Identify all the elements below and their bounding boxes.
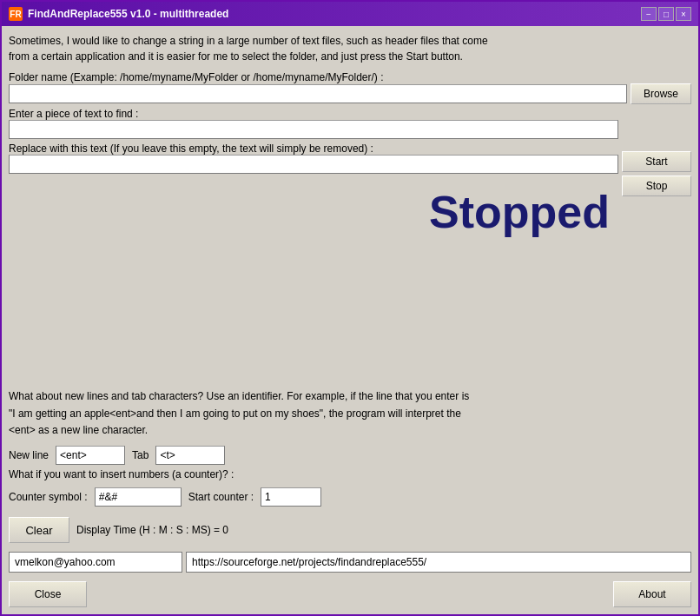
maximize-button[interactable]: □ [658, 7, 674, 21]
newline-tab-row: New line Tab [9, 446, 691, 465]
counter-question: What if you want to insert numbers (a co… [9, 468, 691, 480]
folder-section: Folder name (Example: /home/myname/MyFol… [9, 71, 691, 104]
description: Sometimes, I would like to change a stri… [9, 33, 691, 64]
description-line1: Sometimes, I would like to change a stri… [9, 35, 488, 47]
counter-symbol-label: Counter symbol : [9, 491, 88, 503]
find-label: Enter a piece of text to find : [9, 108, 618, 120]
counter-row: Counter symbol : Start counter : [9, 487, 691, 507]
app-icon: FR [9, 7, 23, 21]
find-input[interactable] [9, 120, 618, 139]
counter-start-label: Start counter : [188, 491, 254, 503]
browse-button[interactable]: Browse [631, 83, 691, 104]
replace-input[interactable] [9, 155, 618, 174]
find-section: Enter a piece of text to find : [9, 108, 618, 139]
status-text: Stopped [9, 186, 618, 238]
replace-label: Replace with this text (If you leave thi… [9, 142, 618, 155]
tab-label: Tab [132, 449, 149, 461]
info-line2: "I am getting an apple<ent>and then I am… [9, 406, 691, 422]
info-line1: What about new lines and tab characters?… [9, 388, 691, 405]
about-button[interactable]: About [613, 581, 691, 607]
clear-button[interactable]: Clear [9, 517, 69, 543]
window-title: FindAndReplace555 v1.0 - multithreaded [28, 8, 228, 20]
title-bar: FR FindAndReplace555 v1.0 - multithreade… [2, 2, 698, 26]
minimize-button[interactable]: − [641, 7, 657, 21]
folder-input-row: Browse [9, 83, 691, 104]
inputs-col: Enter a piece of text to find : Replace … [9, 108, 618, 381]
close-window-button[interactable]: × [676, 7, 691, 21]
tab-input[interactable] [155, 446, 225, 465]
counter-symbol-input[interactable] [95, 487, 182, 507]
final-buttons-row: Close About [9, 581, 691, 607]
newline-label: New line [9, 449, 49, 461]
info-line3: <ent> as a new line character. [9, 422, 691, 439]
description-line2: from a certain application and it is eas… [9, 50, 463, 63]
footer-links: vmelkon@yahoo.com https://sourceforge.ne… [9, 552, 691, 573]
newline-input[interactable] [56, 446, 125, 465]
title-buttons: − □ × [641, 7, 691, 21]
close-button[interactable]: Close [9, 581, 87, 607]
display-time: Display Time (H : M : S : MS) = 0 [76, 524, 228, 536]
main-section: Enter a piece of text to find : Replace … [9, 108, 691, 381]
main-window: FR FindAndReplace555 v1.0 - multithreade… [0, 0, 700, 616]
title-bar-left: FR FindAndReplace555 v1.0 - multithreade… [9, 7, 228, 21]
folder-label: Folder name (Example: /home/myname/MyFol… [9, 71, 691, 83]
folder-input[interactable] [9, 84, 627, 103]
start-button[interactable]: Start [622, 151, 691, 172]
email-link[interactable]: vmelkon@yahoo.com [9, 552, 182, 573]
url-link[interactable]: https://sourceforge.net/projects/findand… [186, 552, 691, 573]
counter-start-input[interactable] [261, 487, 321, 507]
replace-section: Replace with this text (If you leave thi… [9, 142, 618, 174]
action-buttons-col: Start Stop [622, 108, 691, 381]
bottom-bar: Clear Display Time (H : M : S : MS) = 0 [9, 517, 691, 543]
info-section: What about new lines and tab characters?… [9, 388, 691, 439]
window-body: Sometimes, I would like to change a stri… [2, 26, 698, 614]
stop-button[interactable]: Stop [622, 176, 691, 196]
